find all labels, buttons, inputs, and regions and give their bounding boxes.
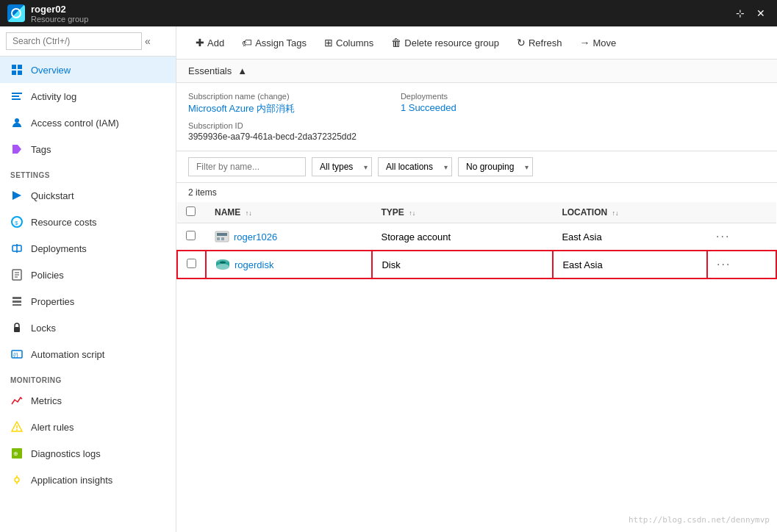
row1-type: Storage account <box>381 231 451 242</box>
sidebar-item-locks-label: Locks <box>31 323 56 334</box>
titlebar-subtitle: Resource group <box>31 15 88 24</box>
header-location[interactable]: LOCATION ↑↓ <box>553 202 707 223</box>
name-sort-arrow: ↑↓ <box>246 209 252 217</box>
titlebar: roger02 Resource group ⊹ ✕ <box>0 0 777 26</box>
row2-actions-cell: ··· <box>707 251 776 278</box>
essentials-chevron[interactable]: ▲ <box>237 65 247 76</box>
sidebar-item-resource-costs[interactable]: $ Resource costs <box>0 209 176 235</box>
watermark: http://blog.csdn.net/dennymvp <box>629 515 770 525</box>
svg-rect-32 <box>217 233 227 236</box>
subscription-name-link[interactable]: Microsoft Azure 内部消耗 <box>188 103 295 114</box>
subscription-name-label: Subscription name (change) <box>188 92 357 101</box>
location-filter-select[interactable]: All locations <box>378 157 452 176</box>
sidebar-item-policies-label: Policies <box>31 270 64 281</box>
row2-more-button[interactable]: ··· <box>717 258 731 271</box>
locks-icon <box>10 321 24 334</box>
sidebar-item-diagnostics-label: Diagnostics logs <box>31 448 101 459</box>
sidebar-item-deployments[interactable]: Deployments <box>0 235 176 262</box>
sidebar-item-quickstart-label: Quickstart <box>31 190 74 201</box>
table-body: roger1026 Storage account East Asia ··· <box>177 223 776 279</box>
sidebar-item-tags[interactable]: Tags <box>0 136 176 162</box>
add-button[interactable]: ✚ Add <box>188 32 232 53</box>
select-all-checkbox[interactable] <box>186 206 196 216</box>
sidebar-item-diagnostics-logs[interactable]: ⊕ Diagnostics logs <box>0 440 176 467</box>
sidebar-item-insights-label: Application insights <box>31 475 112 486</box>
table-header-row: NAME ↑↓ TYPE ↑↓ LOCATION ↑↓ <box>177 202 776 223</box>
sidebar: « Overview Activity log Access contr <box>0 26 176 532</box>
svg-point-7 <box>15 118 19 123</box>
row2-location: East Asia <box>562 259 602 270</box>
refresh-button[interactable]: ↻ Refresh <box>509 32 570 53</box>
essentials-bar: Essentials ▲ <box>176 60 777 83</box>
location-filter-wrap: All locations <box>378 157 452 176</box>
svg-rect-17 <box>12 297 21 299</box>
header-name-label: NAME <box>215 207 240 218</box>
header-checkbox-cell <box>177 202 206 223</box>
svg-rect-2 <box>12 71 16 75</box>
sidebar-item-alerts-label: Alert rules <box>31 422 74 433</box>
svg-point-28 <box>15 478 19 482</box>
row1-checkbox[interactable] <box>186 231 196 240</box>
row2-name-cell: rogerdisk <box>206 251 372 278</box>
sidebar-item-properties-label: Properties <box>31 296 74 307</box>
sidebar-search-bar: « <box>0 26 176 57</box>
filter-name-input[interactable] <box>188 157 306 176</box>
quickstart-icon <box>10 189 24 202</box>
storage-account-icon <box>215 229 229 244</box>
sidebar-item-overview[interactable]: Overview <box>0 57 176 83</box>
close-button[interactable]: ✕ <box>752 6 770 21</box>
sidebar-item-locks[interactable]: Locks <box>0 314 176 341</box>
titlebar-controls: ⊹ ✕ <box>731 6 770 21</box>
row1-name-cell: roger1026 <box>206 223 372 251</box>
essentials-grid: Subscription name (change) Microsoft Azu… <box>188 92 765 142</box>
svg-point-25 <box>16 429 18 431</box>
columns-button[interactable]: ⊞ Columns <box>317 32 381 53</box>
sidebar-item-activity-log[interactable]: Activity log <box>0 83 176 109</box>
row2-checkbox-cell <box>177 251 206 278</box>
delete-button[interactable]: 🗑 Delete resource group <box>384 32 506 53</box>
grouping-filter-wrap: No grouping <box>458 157 533 176</box>
alert-rules-icon <box>10 420 24 434</box>
titlebar-appname: roger02 <box>31 4 88 15</box>
row1-location: East Asia <box>562 231 601 242</box>
search-input[interactable] <box>6 32 142 50</box>
content-area: ✚ Add 🏷 Assign Tags ⊞ Columns 🗑 Delete r… <box>176 26 777 532</box>
header-type[interactable]: TYPE ↑↓ <box>372 202 553 223</box>
type-filter-select[interactable]: All types <box>312 157 372 176</box>
items-count: 2 items <box>176 183 777 202</box>
row1-name-link[interactable]: roger1026 <box>234 231 277 242</box>
sidebar-item-access-control[interactable]: Access control (IAM) <box>0 109 176 136</box>
row2-type-cell: Disk <box>372 251 553 278</box>
deployments-link[interactable]: 1 Succeeded <box>401 102 456 113</box>
unpin-button[interactable]: ⊹ <box>731 6 749 21</box>
move-button[interactable]: → Move <box>572 32 623 53</box>
row1-checkbox-cell <box>177 223 206 251</box>
sidebar-item-policies[interactable]: Policies <box>0 262 176 288</box>
activity-log-icon <box>10 90 24 103</box>
assign-tags-button[interactable]: 🏷 Assign Tags <box>234 32 314 53</box>
row1-more-button[interactable]: ··· <box>716 230 730 243</box>
row2-checkbox[interactable] <box>187 259 196 268</box>
sidebar-item-automation-script[interactable]: {/} Automation script <box>0 341 176 367</box>
sidebar-item-quickstart[interactable]: Quickstart <box>0 182 176 209</box>
sidebar-item-application-insights[interactable]: Application insights <box>0 467 176 493</box>
deployments-label: Deployments <box>401 92 456 101</box>
diagnostics-icon: ⊕ <box>10 447 24 460</box>
svg-rect-0 <box>12 65 16 69</box>
svg-text:{/}: {/} <box>13 352 18 358</box>
location-sort-arrow: ↑↓ <box>612 209 619 217</box>
sidebar-item-overview-label: Overview <box>31 65 71 76</box>
sidebar-item-properties[interactable]: Properties <box>0 288 176 314</box>
monitoring-section-label: MONITORING <box>0 367 176 387</box>
grouping-filter-select[interactable]: No grouping <box>458 157 533 176</box>
header-name[interactable]: NAME ↑↓ <box>206 202 372 223</box>
header-type-label: TYPE <box>381 207 404 218</box>
sidebar-collapse-button[interactable]: « <box>142 32 154 50</box>
sidebar-item-automation-label: Automation script <box>31 349 104 360</box>
sidebar-item-metrics[interactable]: Metrics <box>0 387 176 414</box>
columns-icon: ⊞ <box>324 37 333 48</box>
refresh-icon: ↻ <box>517 37 526 48</box>
table-row: rogerdisk Disk East Asia ··· <box>177 251 776 278</box>
row2-name-link[interactable]: rogerdisk <box>234 259 273 270</box>
sidebar-item-alert-rules[interactable]: Alert rules <box>0 414 176 440</box>
